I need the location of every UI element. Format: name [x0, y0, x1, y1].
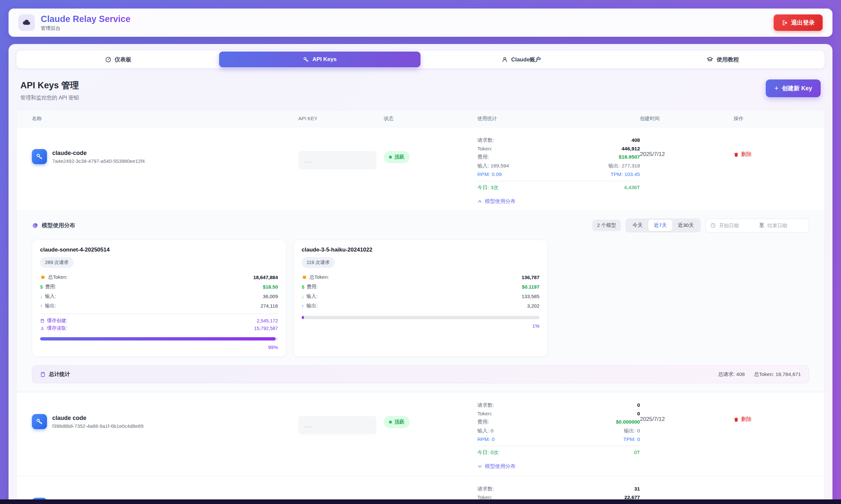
graduation-cap-icon: [707, 56, 713, 63]
input-label: ↓ 输入:: [40, 293, 56, 300]
totals-title: 总计统计: [49, 371, 70, 378]
cost-value: $18.50: [263, 284, 278, 290]
models-count-badge: 2 个模型: [592, 220, 621, 231]
stat-label: Token:: [477, 411, 492, 417]
date-range-picker[interactable]: 至: [705, 219, 809, 232]
key-avatar: [32, 414, 47, 429]
cost-label: $ 费用:: [40, 284, 56, 290]
status-dot-icon: [389, 420, 392, 424]
table-row: claude-code 7a4e2492-3c38-4797-a540-5539…: [17, 127, 824, 211]
status-badge: 活跃: [384, 416, 410, 428]
stat-label: 请求数:: [477, 486, 494, 492]
model-name: claude-3-5-haiku-20241022: [302, 247, 539, 253]
total-token-value: 18,647,884: [253, 274, 278, 280]
logout-icon: [782, 20, 788, 26]
arrow-up-icon: ↑: [302, 303, 304, 309]
key-icon: [36, 418, 43, 425]
filter-today[interactable]: 今天: [627, 220, 648, 231]
col-created: 创建时间: [640, 110, 734, 127]
stat-label: Token:: [477, 146, 492, 152]
tab-bar: 仪表板 API Keys Claude账户 使用教程: [16, 51, 825, 68]
today-stat: 今日:0次: [477, 449, 498, 456]
tab-tutorial[interactable]: 使用教程: [622, 52, 824, 67]
totals-values: 总请求: 408 总Token: 18,784,671: [718, 371, 801, 378]
input-stat: 输入:0: [477, 428, 493, 434]
output-label: ↑ 输出:: [302, 303, 318, 309]
model-cards: claude-sonnet-4-20250514 289 次请求 总Token:…: [32, 240, 809, 357]
output-value: 3,202: [527, 303, 539, 309]
tab-claude-account[interactable]: Claude账户: [421, 52, 622, 67]
total-token-label: 总Token:: [40, 274, 67, 281]
stats-divider: [477, 181, 640, 181]
model-usage-toggle[interactable]: 模型使用分布: [477, 198, 640, 205]
model-name: claude-sonnet-4-20250514: [40, 247, 278, 253]
delete-button[interactable]: 删除: [734, 151, 752, 158]
actions-cell: 删除: [734, 136, 809, 158]
page-header: API Keys 管理 管理和监控您的 API 密钥 + 创建新 Key: [20, 79, 821, 102]
key-icon: [36, 153, 43, 160]
download-icon: [40, 326, 45, 331]
totals-bar: 总计统计 总请求: 408 总Token: 18,784,671: [32, 365, 809, 383]
col-actions: 操作: [734, 110, 809, 127]
output-stat: 输出:277,318: [609, 163, 640, 169]
dollar-icon: $: [302, 284, 304, 290]
total-token-label: 总Token:: [302, 274, 329, 281]
input-value: 133,585: [522, 293, 539, 299]
cost-value: $0.1197: [522, 284, 539, 290]
key-id: 7a4e2492-3c38-4797-a540-553980ee12f4: [52, 158, 145, 164]
table-row: claude code f398d8b8-7352-4a88-9a1f-6b1e…: [17, 392, 824, 476]
total-tokens: 总Token: 18,784,671: [754, 371, 801, 378]
rpm-stat: RPM:0: [477, 436, 494, 442]
arrow-down-icon: ↓: [40, 293, 43, 299]
app-header: Claude Relay Service 管理后台 退出登录: [8, 8, 833, 37]
coins-icon: [40, 274, 46, 280]
api-key-masked[interactable]: ...: [298, 151, 376, 169]
end-date-input[interactable]: [767, 222, 804, 228]
model-usage-panel: 模型使用分布 2 个模型 今天 近7天 近30天 至: [17, 211, 824, 392]
model-usage-header: 模型使用分布 2 个模型 今天 近7天 近30天 至: [32, 218, 809, 232]
tab-label: API Keys: [312, 56, 337, 63]
key-name: claude code: [52, 415, 143, 421]
filter-last30[interactable]: 近30天: [672, 220, 699, 231]
create-key-button[interactable]: + 创建新 Key: [766, 79, 821, 97]
total-requests: 总请求: 408: [718, 371, 745, 378]
tpm-stat: TPM:0: [623, 436, 640, 442]
created-date: 2025/7/12: [640, 401, 734, 422]
api-key-cell: ...: [298, 401, 384, 434]
cache-stats: 缓存创建: 2,545,172 缓存读取: 15,792,587: [40, 313, 278, 332]
logout-button[interactable]: 退出登录: [774, 15, 823, 31]
api-key-masked[interactable]: ...: [298, 416, 376, 434]
delete-button[interactable]: 删除: [734, 416, 752, 423]
create-key-label: 创建新 Key: [782, 84, 812, 92]
today-tokens: 0T: [634, 450, 640, 455]
key-name: claude-code: [52, 150, 145, 157]
status-label: 活跃: [395, 419, 404, 425]
model-usage-toggle[interactable]: 模型使用分布: [477, 463, 640, 470]
usage-stats-cell: 请求数:408 Token:446,912 费用:$18.9507 输入:169…: [477, 136, 640, 205]
status-dot-icon: [389, 156, 392, 159]
delete-label: 删除: [741, 416, 752, 423]
usage-percent: 99%: [40, 344, 278, 350]
col-status: 状态: [384, 110, 477, 127]
key-name-cell: claude code f398d8b8-7352-4a88-9a1f-6b1e…: [32, 414, 298, 429]
main-panel: 仪表板 API Keys Claude账户 使用教程 API Keys 管理 管…: [8, 44, 833, 504]
actions-cell: 删除: [734, 401, 809, 423]
start-date-input[interactable]: [719, 222, 756, 228]
usage-progress-fill: [302, 316, 304, 319]
arrow-up-icon: ↑: [40, 303, 43, 309]
filter-last7[interactable]: 近7天: [648, 220, 672, 231]
stat-value: 31: [634, 486, 640, 492]
col-api-key: API KEY: [298, 110, 384, 127]
logout-label: 退出登录: [791, 19, 815, 26]
tab-label: 使用教程: [717, 56, 739, 64]
created-date: 2025/7/12: [640, 136, 734, 158]
app-subtitle: 管理后台: [41, 25, 130, 32]
cache-read-label: 缓存读取:: [40, 325, 67, 331]
user-icon: [502, 56, 508, 63]
model-card: claude-3-5-haiku-20241022 119 次请求 总Token…: [293, 240, 548, 357]
tab-dashboard[interactable]: 仪表板: [17, 52, 219, 67]
tab-api-keys[interactable]: API Keys: [219, 52, 421, 67]
model-stats: 总Token: 136,787 $ 费用: $0.1197: [302, 272, 539, 311]
time-filter-segment: 今天 近7天 近30天: [626, 218, 701, 232]
model-card: claude-sonnet-4-20250514 289 次请求 总Token:…: [32, 240, 286, 357]
